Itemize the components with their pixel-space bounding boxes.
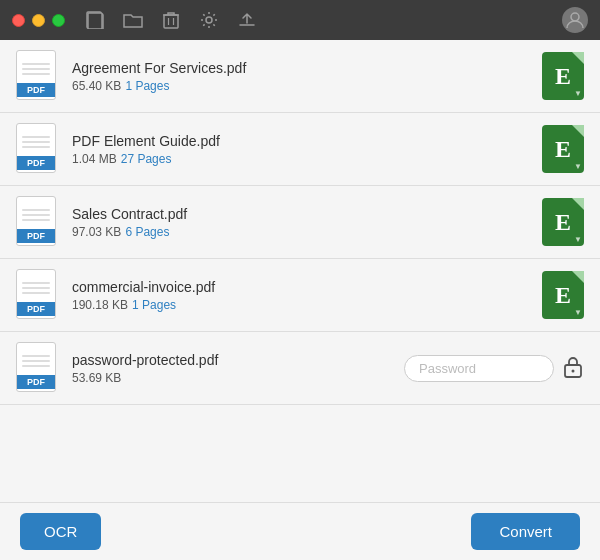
convert-button[interactable]: Convert [471,513,580,550]
svg-point-10 [572,369,575,372]
pdf-file-icon: PDF [16,123,60,175]
svg-point-7 [206,17,212,23]
file-size: 1.04 MB [72,152,117,166]
file-pages-link[interactable]: 6 Pages [125,225,169,239]
new-icon[interactable] [85,10,105,30]
file-info: PDF Element Guide.pdf1.04 MB27 Pages [72,133,542,166]
file-size: 53.69 KB [72,371,121,385]
pdf-file-icon: PDF [16,269,60,321]
table-row: PDF password-protected.pdf53.69 KB [0,332,600,405]
table-row: PDF commercial-invoice.pdf190.18 KB1 Pag… [0,259,600,332]
password-input[interactable] [404,355,554,382]
svg-rect-2 [88,13,102,29]
upload-icon[interactable] [237,10,257,30]
file-size: 190.18 KB [72,298,128,312]
excel-output-icon[interactable]: E ▼ [542,52,584,100]
delete-icon[interactable] [161,10,181,30]
excel-output-icon[interactable]: E ▼ [542,198,584,246]
file-pages-link[interactable]: 1 Pages [125,79,169,93]
pdf-file-icon: PDF [16,196,60,248]
traffic-lights [12,14,65,27]
excel-output-icon[interactable]: E ▼ [542,125,584,173]
close-button[interactable] [12,14,25,27]
file-meta: 190.18 KB1 Pages [72,298,542,312]
file-name: PDF Element Guide.pdf [72,133,542,149]
password-area [404,354,584,383]
table-row: PDF Agreement For Services.pdf65.40 KB1 … [0,40,600,113]
minimize-button[interactable] [32,14,45,27]
maximize-button[interactable] [52,14,65,27]
file-info: Sales Contract.pdf97.03 KB6 Pages [72,206,542,239]
lock-icon [562,354,584,383]
file-info: Agreement For Services.pdf65.40 KB1 Page… [72,60,542,93]
table-row: PDF PDF Element Guide.pdf1.04 MB27 Pages… [0,113,600,186]
table-row: PDF Sales Contract.pdf97.03 KB6 Pages E … [0,186,600,259]
avatar[interactable] [562,7,588,33]
file-meta: 97.03 KB6 Pages [72,225,542,239]
bottom-bar: OCR Convert [0,502,600,560]
file-name: password-protected.pdf [72,352,396,368]
file-size: 97.03 KB [72,225,121,239]
settings-icon[interactable] [199,10,219,30]
file-pages-link[interactable]: 1 Pages [132,298,176,312]
file-size: 65.40 KB [72,79,121,93]
svg-rect-3 [164,15,178,28]
toolbar-icons [85,10,257,30]
file-meta: 53.69 KB [72,371,396,385]
file-info: password-protected.pdf53.69 KB [72,352,396,385]
main-content: PDF Agreement For Services.pdf65.40 KB1 … [0,40,600,560]
open-folder-icon[interactable] [123,10,143,30]
svg-point-8 [571,13,579,21]
ocr-button[interactable]: OCR [20,513,101,550]
file-name: Agreement For Services.pdf [72,60,542,76]
pdf-file-icon: PDF [16,342,60,394]
file-name: Sales Contract.pdf [72,206,542,222]
file-meta: 65.40 KB1 Pages [72,79,542,93]
file-meta: 1.04 MB27 Pages [72,152,542,166]
title-bar [0,0,600,40]
file-name: commercial-invoice.pdf [72,279,542,295]
file-list: PDF Agreement For Services.pdf65.40 KB1 … [0,40,600,502]
pdf-file-icon: PDF [16,50,60,102]
excel-output-icon[interactable]: E ▼ [542,271,584,319]
file-pages-link[interactable]: 27 Pages [121,152,172,166]
file-info: commercial-invoice.pdf190.18 KB1 Pages [72,279,542,312]
